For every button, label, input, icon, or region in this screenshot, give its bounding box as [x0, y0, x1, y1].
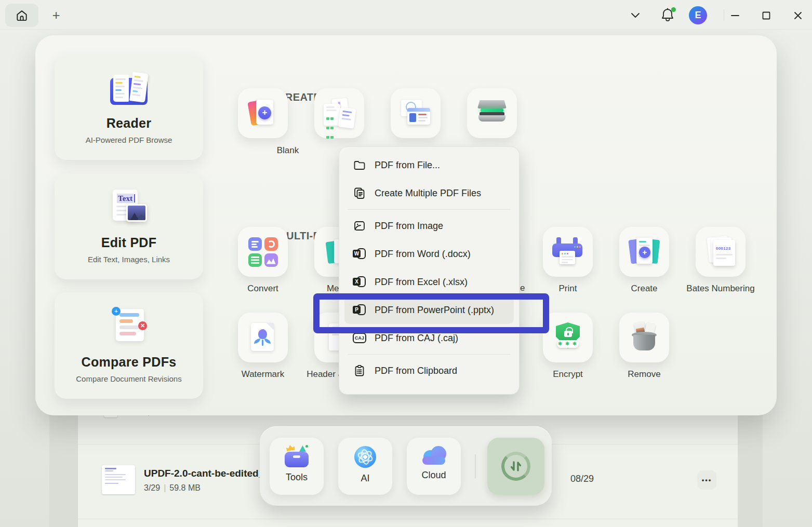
background-strip-right [738, 397, 763, 527]
menu-item-label: PDF from PowerPoint (.pptx) [375, 305, 494, 316]
more-options-button[interactable]: ••• [697, 470, 716, 490]
ai-icon [353, 445, 377, 469]
menu-item-pdf-from-image[interactable]: PDF from Image [339, 212, 519, 240]
card-subtitle: AI-Powered PDF Browse [55, 136, 203, 144]
list-divider [78, 519, 738, 519]
op-create-tile[interactable]: + [619, 227, 669, 277]
id-card-icon [400, 100, 431, 127]
menu-item-pdf-from-file[interactable]: PDF from File... [339, 151, 519, 179]
avatar[interactable]: E [689, 6, 707, 24]
menu-item-label: PDF from Clipboard [375, 366, 457, 376]
dropdown-chevron-button[interactable] [628, 8, 643, 22]
menu-item-label: PDF from Image [375, 221, 443, 232]
recent-file-name[interactable]: UPDF-2.0-cant-be-edited_0 [144, 468, 270, 479]
menu-item-pdf-from-powerpoint[interactable]: P PDF from PowerPoint (.pptx) [344, 296, 514, 324]
recent-file-meta: 3/29|59.8 MB [144, 483, 201, 493]
dock-label: AI [361, 473, 369, 484]
removed-pin-icon: ✕ [138, 321, 147, 330]
create-pdf-dropdown-menu: PDF from File... Create Multiple PDF Fil… [339, 146, 520, 395]
menu-item-pdf-from-word[interactable]: W PDF from Word (.docx) [339, 240, 519, 268]
op-convert-tile[interactable] [238, 227, 288, 277]
reader-book-icon [109, 72, 149, 106]
dock-tools-button[interactable]: Tools [270, 438, 324, 495]
menu-item-label: PDF from CAJ (.caj) [375, 333, 458, 344]
op-label-remove: Remove [592, 369, 696, 381]
cloud-icon [420, 445, 447, 466]
dock-cloud-button[interactable]: Cloud [407, 438, 461, 495]
recent-file-date: 08/29 [570, 474, 594, 484]
op-label-bates: Bates Numbering [669, 283, 773, 295]
notification-dot [671, 7, 676, 12]
card-title: Reader [55, 116, 203, 131]
op-encrypt-tile[interactable]: ✱ ✱ ✱ [543, 313, 593, 362]
clipboard-icon [353, 364, 366, 377]
create-scanner-tile[interactable] [467, 88, 517, 138]
menu-item-label: PDF from Excel (.xlsx) [375, 277, 468, 288]
sync-icon [501, 452, 530, 481]
home-icon [15, 9, 29, 22]
tools-icon [284, 445, 309, 468]
menu-item-label: Create Multiple PDF Files [375, 188, 481, 199]
create-id-card-tile[interactable] [391, 88, 441, 138]
word-icon: W [353, 247, 366, 261]
dock-label: Cloud [421, 470, 446, 481]
create-icon: + [629, 237, 660, 266]
remove-icon [630, 322, 659, 353]
op-print-tile[interactable] [543, 227, 593, 277]
compare-pdfs-card[interactable]: + ✕ Compare PDFs Compare Document Revisi… [55, 292, 203, 399]
menu-divider [348, 354, 511, 355]
menu-item-pdf-from-excel[interactable]: X PDF from Excel (.xlsx) [339, 268, 519, 296]
maximize-icon [761, 10, 771, 21]
home-tab[interactable] [5, 4, 38, 27]
op-watermark-tile[interactable] [238, 313, 288, 362]
reader-card[interactable]: Reader AI-Powered PDF Browse [55, 55, 203, 160]
menu-item-pdf-from-clipboard[interactable]: PDF from Clipboard [339, 357, 519, 385]
convert-icon [248, 237, 278, 267]
chevron-down-icon [630, 11, 641, 19]
bates-numbering-icon: 000123 [705, 237, 736, 267]
edit-pdf-card[interactable]: Text Edit PDF Edit Text, Images, Links [55, 174, 203, 279]
dock-label: Tools [286, 472, 308, 483]
close-icon [793, 10, 803, 21]
notifications-button[interactable] [659, 6, 676, 24]
compare-pdfs-icon: + ✕ [112, 307, 148, 344]
menu-divider [348, 209, 511, 210]
close-button[interactable] [791, 9, 805, 22]
blank-pdf-icon: + [249, 99, 276, 128]
folder-icon [353, 158, 366, 172]
card-subtitle: Compare Document Revisions [55, 374, 203, 383]
caj-icon: CAJ [353, 331, 366, 345]
minimize-icon [730, 10, 740, 21]
bottom-dock: Tools AI Cloud [260, 426, 552, 506]
edit-pdf-icon: Text [111, 190, 148, 225]
encrypt-icon: ✱ ✱ ✱ [553, 322, 583, 353]
maximize-button[interactable] [760, 9, 773, 22]
recent-file-thumbnail[interactable] [102, 465, 135, 494]
create-blank-tile[interactable]: + [238, 88, 288, 138]
minimize-button[interactable] [728, 9, 742, 22]
card-subtitle: Edit Text, Images, Links [55, 255, 203, 264]
dock-separator [475, 454, 476, 478]
added-pin-icon: + [112, 307, 121, 316]
menu-item-create-multiple[interactable]: Create Multiple PDF Files [339, 179, 519, 207]
print-icon [552, 237, 583, 266]
others-pdf-icon [324, 99, 355, 128]
create-others-tile[interactable] [314, 88, 364, 138]
op-remove-tile[interactable] [619, 313, 669, 362]
watermark-icon [250, 323, 276, 352]
image-icon [353, 219, 366, 233]
dock-ai-button[interactable]: AI [338, 438, 392, 495]
titlebar-separator [724, 9, 724, 21]
sync-button[interactable] [487, 438, 544, 495]
new-tab-button[interactable]: + [49, 8, 63, 23]
scanner-icon [475, 99, 509, 127]
card-title: Edit PDF [55, 235, 203, 250]
menu-item-label: PDF from File... [375, 160, 440, 171]
menu-item-pdf-from-caj[interactable]: CAJ PDF from CAJ (.caj) [339, 324, 519, 352]
menu-item-label: PDF from Word (.docx) [375, 249, 471, 260]
op-bates-tile[interactable]: 000123 [696, 227, 746, 277]
excel-icon: X [353, 275, 366, 289]
background-strip-left [49, 397, 78, 527]
multiple-files-icon [353, 186, 366, 200]
card-title: Compare PDFs [55, 355, 203, 370]
